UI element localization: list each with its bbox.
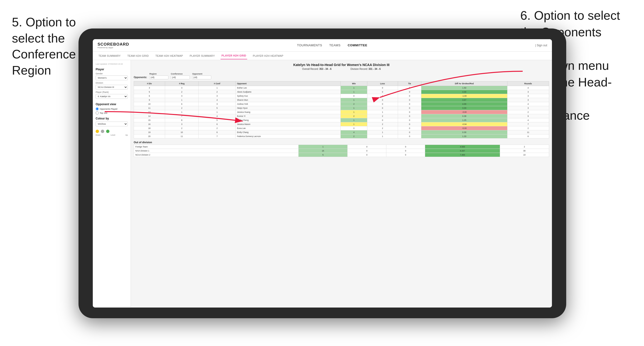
division-select[interactable]: NCAA Division III <box>96 85 128 90</box>
cell-out-win: 1 <box>298 145 347 149</box>
filter-opponent-label: Opponent <box>192 73 211 75</box>
sub-nav: TEAM SUMMARY TEAM H2H GRID TEAM H2H HEAT… <box>93 51 552 60</box>
app-header: SCOREBOARD Powered by clippd TOURNAMENTS… <box>93 39 552 51</box>
cell-loss: 2 <box>367 114 398 118</box>
cell-out-win: 5 <box>298 153 347 157</box>
th-opponent: Opponent <box>236 81 341 86</box>
cell-rounds: 6 <box>507 134 549 139</box>
cell-loss: 1 <box>367 134 398 139</box>
gender-select[interactable]: Women's <box>96 76 128 80</box>
cell-out-loss: 0 <box>348 149 386 153</box>
cell-win: 2 <box>341 134 367 139</box>
cell-rounds: 4 <box>507 118 549 122</box>
filter-conference-group: Conference (All) <box>171 73 190 79</box>
cell-rounds: 2 <box>507 110 549 114</box>
filter-opponent-group: Opponent (All) <box>192 73 211 79</box>
cell-out-tie: 0 <box>386 145 425 149</box>
cell-loss: 0 <box>367 118 398 122</box>
cell-diff: 0.30 <box>421 130 508 134</box>
th-div: # Div <box>134 81 165 86</box>
cell-diff: -3.00 <box>421 110 508 114</box>
cell-win: 1 <box>341 118 367 122</box>
cell-diff: -0.94 <box>421 122 508 126</box>
opponents-label: Opponents: <box>134 76 147 79</box>
cell-tie: 0 <box>398 130 421 134</box>
cell-rounds: 11 <box>507 130 549 134</box>
cell-out-name: NCAA Division 2 <box>134 153 298 157</box>
cell-out-diff: 9.267 <box>425 149 500 153</box>
cell-reg: 3 <box>165 86 199 90</box>
main-nav: TOURNAMENTS TEAMS COMMITTEE <box>297 42 367 48</box>
tab-team-h2h-grid[interactable]: TEAM H2H GRID <box>126 52 150 59</box>
cell-tie: 0 <box>398 110 421 114</box>
last-updated: Last Updated: 27/03/2024 19:34 <box>96 63 128 65</box>
cell-win: 4 <box>341 130 367 134</box>
th-reg: # Reg <box>165 81 199 86</box>
sign-out-link[interactable]: Sign out <box>537 44 547 47</box>
division-label: Division <box>96 82 128 84</box>
tab-team-summary[interactable]: TEAM SUMMARY <box>98 52 122 59</box>
nav-teams[interactable]: TEAMS <box>329 42 340 48</box>
gender-label: Gender <box>96 72 128 75</box>
player-section-title: Player <box>96 68 128 71</box>
cell-out-diff: 7.400 <box>425 153 500 157</box>
cell-conf: 1 <box>199 86 236 90</box>
cell-loss: 1 <box>367 130 398 134</box>
cell-tie: 0 <box>398 126 421 130</box>
th-conf: # Conf <box>199 81 236 86</box>
tab-player-h2h-grid[interactable]: PLAYER H2H GRID <box>220 52 247 59</box>
tab-player-h2h-heatmap[interactable]: PLAYER H2H HEATMAP <box>252 52 284 59</box>
filter-opponent-select[interactable]: (All) <box>192 76 211 79</box>
cell-opponent: Esther Lee <box>236 86 341 90</box>
nav-committee[interactable]: COMMITTEE <box>348 42 367 48</box>
arrow-left <box>100 93 266 140</box>
cell-out-rounds: 30 <box>500 149 549 153</box>
cell-tie: 0 <box>398 122 421 126</box>
grid-title: Katelyn Vo Head-to-Head Grid for Women's… <box>134 63 549 67</box>
logo-area: SCOREBOARD Powered by clippd <box>98 42 129 49</box>
cell-div: 3 <box>134 86 165 90</box>
nav-tournaments[interactable]: TOURNAMENTS <box>297 42 322 48</box>
filter-region-select[interactable]: (All) <box>150 76 168 79</box>
out-of-division-header: Out of division <box>134 141 549 144</box>
cell-loss: 2 <box>367 122 398 126</box>
cell-diff: 1.25 <box>421 118 508 122</box>
cell-out-tie: 0 <box>386 153 425 157</box>
cell-win: 1 <box>341 110 367 114</box>
filter-region-group: Region (All) <box>150 73 168 79</box>
tab-player-summary[interactable]: PLAYER SUMMARY <box>189 52 216 59</box>
filter-conference-label: Conference <box>171 73 190 75</box>
cell-win: 1 <box>341 122 367 126</box>
cell-out-rounds: 10 <box>500 153 549 157</box>
logo: SCOREBOARD Powered by clippd <box>98 42 129 49</box>
cell-out-diff: 4.500 <box>425 145 500 149</box>
cell-out-win: 15 <box>298 149 347 153</box>
header-right: | Sign out <box>535 44 548 47</box>
cell-loss: 1 <box>367 110 398 114</box>
cell-out-tie: 0 <box>386 149 425 153</box>
dot-down <box>96 130 99 133</box>
cell-out-name: NAIA Division 1 <box>134 149 298 153</box>
out-of-div-table: Foreign Team 1 0 0 4.500 2 NAIA Division… <box>134 145 549 157</box>
filter-region-label: Region <box>150 73 168 75</box>
filter-conference-select[interactable]: (All) <box>171 76 190 79</box>
cell-tie: 0 <box>398 134 421 139</box>
cell-loss: 2 <box>367 126 398 130</box>
cell-out-name: Foreign Team <box>134 145 298 149</box>
cell-diff: 1.33 <box>421 134 508 139</box>
cell-tie: 0 <box>398 114 421 118</box>
cell-rounds: 7 <box>507 122 549 126</box>
cell-out-rounds: 2 <box>500 145 549 149</box>
overall-record: Overall Record: 353 - 34 - 6 <box>302 68 332 70</box>
cell-diff: 0.38 <box>421 114 508 118</box>
cell-rounds: 2 <box>507 126 549 130</box>
cell-win: 2 <box>341 114 367 118</box>
cell-diff: -5.00 <box>421 126 508 130</box>
cell-tie: 0 <box>398 118 421 122</box>
tab-team-h2h-heatmap[interactable]: TEAM H2H HEATMAP <box>154 52 184 59</box>
cell-out-loss: 0 <box>348 153 386 157</box>
arrow-right <box>361 66 528 109</box>
cell-win: 0 <box>341 126 367 130</box>
cell-out-loss: 0 <box>348 145 386 149</box>
cell-rounds: 9 <box>507 114 549 118</box>
